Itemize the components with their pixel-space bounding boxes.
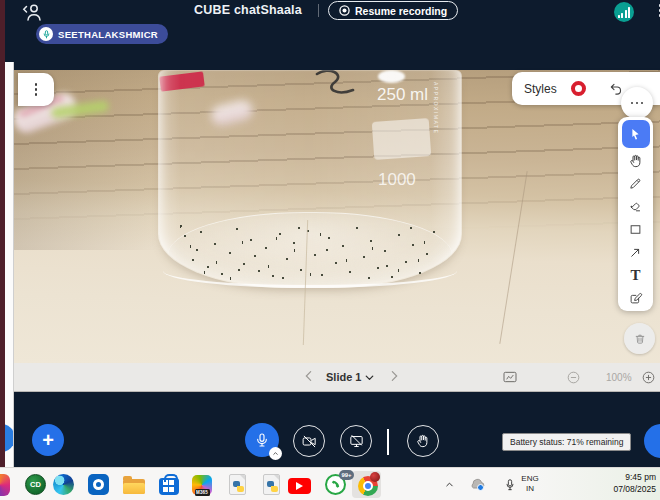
camera-button[interactable] (293, 425, 325, 457)
beaker-volume-label: 250 ml (377, 85, 428, 105)
record-icon (339, 5, 350, 16)
signal-bars-icon (618, 7, 631, 18)
mic-device-selector[interactable] (269, 447, 282, 460)
background-window-strip (5, 62, 14, 467)
top-bar: CUBE chatShaala Resume recording SEETHAL… (13, 0, 660, 70)
language-indicator[interactable]: ENG IN (518, 474, 542, 494)
tool-rectangle[interactable] (622, 218, 650, 241)
m365-label: M365 (195, 489, 210, 496)
photos-app-icon[interactable] (0, 474, 10, 496)
resume-recording-button[interactable]: Resume recording (328, 1, 458, 20)
compose-icon (628, 291, 643, 306)
add-button[interactable]: + (32, 424, 64, 456)
tool-pencil[interactable] (622, 172, 650, 195)
participants-back-button[interactable] (21, 2, 47, 22)
tool-arrow[interactable] (622, 241, 650, 264)
current-color-swatch[interactable] (571, 81, 586, 96)
background-button-partial (5, 424, 14, 452)
cd-app-icon[interactable]: CD (24, 473, 47, 496)
slide-navigation-bar: Slide 1 100% (13, 363, 660, 392)
redo-button[interactable] (652, 80, 660, 100)
zoom-level[interactable]: 100% (606, 372, 632, 383)
app-title: CUBE chatShaala (173, 3, 323, 17)
sync-status-dot (477, 484, 484, 491)
zoom-out-button[interactable] (566, 370, 581, 389)
next-slide-button[interactable] (386, 368, 402, 388)
windows-taskbar: CD M365 99+ ENG IN (0, 467, 660, 500)
outlook-icon[interactable] (87, 473, 110, 496)
raised-hand-icon (415, 433, 431, 449)
raise-hand-button[interactable] (407, 425, 439, 457)
plus-circle-icon (641, 370, 656, 385)
trash-icon (633, 332, 647, 346)
mic-icon (254, 432, 270, 448)
clock[interactable]: 9:45 pm 07/08/2025 (596, 471, 656, 496)
participant-badge[interactable]: SEETHALAKSHMICR (36, 24, 168, 44)
mic-status-icon (39, 27, 53, 41)
canvas-menu-button[interactable] (18, 73, 54, 106)
slide-dropdown-caret-icon[interactable] (363, 370, 376, 388)
battery-status-tooltip: Battery status: 71% remaining (502, 433, 631, 451)
participants-icon (21, 2, 45, 22)
chevron-left-icon (301, 368, 317, 384)
fit-to-screen-button[interactable] (502, 370, 518, 388)
onedrive-icon[interactable] (466, 473, 489, 496)
chrome-notification-badge (370, 472, 380, 482)
redo-icon (652, 80, 660, 96)
python-file-icon[interactable] (226, 473, 249, 496)
eraser-icon (628, 199, 643, 214)
undo-icon (608, 81, 624, 97)
chevron-up-icon (272, 450, 279, 457)
beaker-graduation-label: 1000 (378, 170, 416, 190)
date: 07/08/2025 (596, 483, 656, 495)
divider (387, 429, 389, 455)
tool-select[interactable] (622, 120, 650, 148)
pencil-icon (628, 176, 643, 191)
cursor-icon (628, 127, 643, 142)
language-code: ENG (518, 474, 542, 484)
styles-button[interactable]: Styles (524, 82, 557, 96)
participant-name: SEETHALAKSHMICR (58, 29, 158, 40)
chat-button-partial[interactable] (644, 424, 660, 458)
drawing-toolbar: T (618, 117, 653, 311)
whatsapp-phone-icon (330, 479, 341, 490)
text-tool-icon: T (630, 267, 640, 284)
hand-icon (628, 153, 644, 169)
arrow-icon (628, 245, 643, 260)
tool-eraser[interactable] (622, 195, 650, 218)
canvas-more-button[interactable] (621, 87, 653, 119)
slide-photo: 250 ml 1000 APPROXIMATE (13, 70, 660, 363)
tool-note[interactable] (622, 287, 650, 310)
meeting-control-bar: + Battery status: 71% remaining (13, 392, 660, 467)
beaker-frosted-label (372, 118, 432, 160)
tool-pan[interactable] (622, 149, 650, 172)
chrome-icon[interactable] (356, 474, 379, 497)
fit-frame-icon (502, 370, 518, 384)
microsoft-store-icon[interactable] (157, 473, 180, 496)
tray-expand-button[interactable] (438, 473, 461, 496)
screen-share-button[interactable] (340, 425, 372, 457)
region-code: IN (518, 484, 542, 494)
youtube-icon[interactable] (288, 473, 311, 496)
chevron-up-icon (443, 478, 456, 491)
screen-share-off-icon (348, 433, 365, 450)
zoom-in-button[interactable] (641, 370, 656, 389)
slide-selector[interactable]: Slide 1 (326, 371, 361, 383)
m365-copilot-icon[interactable]: M365 (190, 473, 213, 496)
previous-slide-button[interactable] (301, 368, 317, 388)
delete-button[interactable] (624, 323, 655, 354)
whatsapp-icon[interactable]: 99+ (324, 473, 347, 496)
divider (318, 4, 319, 17)
undo-button[interactable] (608, 81, 624, 97)
rectangle-icon (628, 222, 643, 237)
file-explorer-icon[interactable] (122, 473, 145, 496)
time: 9:45 pm (596, 471, 656, 483)
connection-status-button[interactable] (614, 2, 634, 22)
python-file-icon[interactable] (260, 473, 283, 496)
chevron-right-icon (386, 368, 402, 384)
tool-text[interactable]: T (622, 264, 650, 287)
edge-browser-icon[interactable] (52, 473, 75, 496)
kebab-icon (35, 83, 38, 96)
beaker-side-text: APPROXIMATE (433, 82, 439, 192)
minus-circle-icon (566, 370, 581, 385)
